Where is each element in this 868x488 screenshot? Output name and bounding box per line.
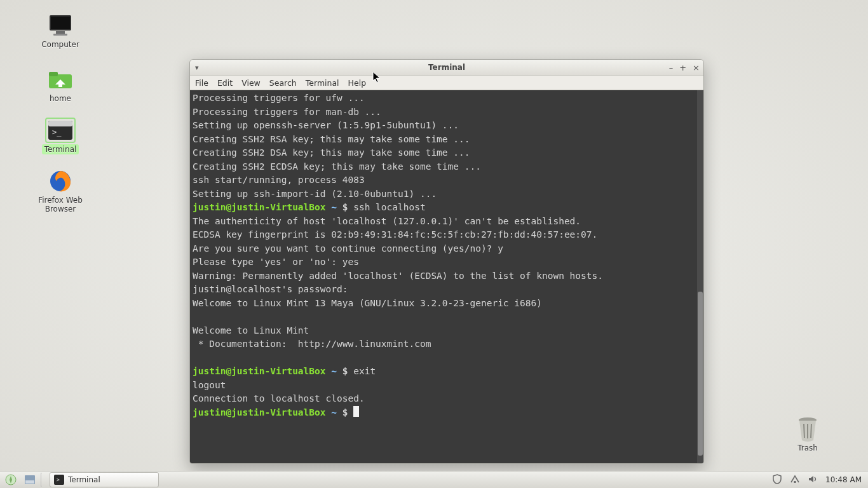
taskbar: > Terminal 10:48 AM — [0, 471, 868, 488]
svg-rect-5 — [49, 72, 58, 76]
desktop[interactable]: Computer home >_ Terminal Firefox Web Br… — [0, 0, 868, 488]
menu-view[interactable]: View — [241, 78, 261, 88]
menubar: File Edit View Search Terminal Help — [190, 76, 703, 90]
terminal-cursor — [353, 406, 359, 417]
desktop-icon-label: Trash — [795, 443, 820, 453]
prompt-sigil: $ — [342, 407, 348, 417]
show-desktop-button[interactable] — [22, 472, 38, 487]
desktop-icon-label: home — [47, 93, 74, 104]
window-title: Terminal — [190, 63, 703, 72]
desktop-icon-label: Firefox Web Browser — [25, 195, 95, 214]
menu-edit[interactable]: Edit — [217, 78, 233, 88]
svg-text:>_: >_ — [52, 128, 62, 137]
home-folder-icon — [45, 67, 76, 92]
menu-search[interactable]: Search — [269, 78, 297, 88]
terminal-line: Creating SSH2 DSA key; this may take som… — [193, 146, 701, 160]
svg-rect-3 — [53, 34, 67, 36]
menu-help[interactable]: Help — [348, 78, 367, 88]
terminal-scrollbar[interactable] — [697, 90, 703, 463]
terminal-line: Are you sure you want to continue connec… — [193, 242, 701, 256]
svg-rect-1 — [51, 17, 70, 29]
terminal-line: Connection to localhost closed. — [193, 392, 701, 406]
terminal-line: Setting up openssh-server (1:5.9p1-5ubun… — [193, 119, 701, 133]
prompt-userhost: justin@justin-VirtualBox — [193, 202, 326, 212]
terminal-body[interactable]: Processing triggers for ufw ...Processin… — [190, 90, 703, 463]
minimize-button[interactable]: – — [669, 63, 674, 72]
terminal-line: logout — [193, 379, 701, 393]
tray-clock[interactable]: 10:48 AM — [825, 475, 862, 484]
menu-launcher[interactable] — [3, 472, 19, 487]
svg-rect-6 — [58, 83, 62, 87]
taskbar-task-label: Terminal — [68, 475, 100, 484]
terminal-window[interactable]: ▾ Terminal – + × File Edit View Search T… — [189, 59, 704, 464]
svg-rect-20 — [794, 481, 796, 483]
prompt-userhost: justin@justin-VirtualBox — [193, 366, 326, 376]
terminal-line — [193, 310, 701, 324]
desktop-icon-home[interactable]: home — [25, 67, 95, 104]
titlebar[interactable]: ▾ Terminal – + × — [190, 60, 703, 76]
svg-rect-17 — [25, 480, 34, 484]
desktop-icon-label: Terminal — [42, 144, 79, 154]
terminal-line: Please type 'yes' or 'no': yes — [193, 255, 701, 269]
terminal-icon: >_ — [45, 118, 76, 143]
svg-rect-8 — [48, 121, 72, 126]
terminal-line: justin@localhost's password: — [193, 283, 701, 297]
prompt-path: ~ — [331, 407, 337, 417]
terminal-line: Processing triggers for ufw ... — [193, 92, 701, 105]
scrollbar-thumb[interactable] — [698, 292, 703, 456]
close-button[interactable]: × — [693, 63, 700, 72]
desktop-icon-label: Computer — [39, 39, 82, 50]
terminal-line: * Documentation: http://www.linuxmint.co… — [193, 337, 701, 351]
terminal-prompt-line: justin@justin-VirtualBox ~ $ ssh localho… — [193, 201, 701, 215]
system-tray: 10:48 AM — [772, 474, 868, 486]
terminal-line: ssh start/running, process 4083 — [193, 173, 701, 187]
terminal-line: Creating SSH2 RSA key; this may take som… — [193, 133, 701, 147]
terminal-icon: > — [54, 475, 64, 485]
prompt-sigil: $ — [342, 202, 348, 212]
terminal-line: Setting up ssh-import-id (2.10-0ubuntu1)… — [193, 187, 701, 201]
menu-file[interactable]: File — [195, 78, 208, 88]
prompt-sigil: $ — [342, 366, 348, 376]
tray-volume-icon[interactable] — [808, 475, 818, 485]
prompt-path: ~ — [331, 366, 337, 376]
trash-icon — [792, 416, 823, 442]
computer-icon — [45, 13, 76, 38]
prompt-command: exit — [353, 366, 376, 376]
svg-line-12 — [804, 424, 804, 438]
firefox-icon — [45, 168, 76, 194]
maximize-button[interactable]: + — [679, 63, 686, 72]
terminal-line: ECDSA key fingerprint is 02:b9:49:31:84:… — [193, 228, 701, 242]
terminal-line: Welcome to Linux Mint 13 Maya (GNU/Linux… — [193, 297, 701, 311]
terminal-line: Processing triggers for man-db ... — [193, 105, 701, 119]
terminal-line: Warning: Permanently added 'localhost' (… — [193, 269, 701, 283]
tray-network-icon[interactable] — [790, 475, 800, 485]
taskbar-task-terminal[interactable]: > Terminal — [50, 472, 159, 487]
desktop-icon-trash[interactable]: Trash — [773, 416, 843, 453]
prompt-userhost: justin@justin-VirtualBox — [193, 407, 326, 417]
tray-shield-icon[interactable] — [772, 474, 782, 486]
desktop-icon-terminal[interactable]: >_ Terminal — [25, 118, 95, 154]
terminal-prompt-line: justin@justin-VirtualBox ~ $ — [193, 406, 701, 420]
menu-terminal[interactable]: Terminal — [306, 78, 339, 88]
desktop-icon-firefox[interactable]: Firefox Web Browser — [25, 168, 95, 214]
desktop-icon-computer[interactable]: Computer — [25, 13, 95, 50]
svg-text:>: > — [57, 477, 60, 483]
taskbar-separator — [41, 472, 46, 487]
prompt-path: ~ — [331, 202, 337, 212]
svg-rect-2 — [56, 31, 65, 34]
terminal-line: The authenticity of host 'localhost (127… — [193, 215, 701, 229]
terminal-line: Welcome to Linux Mint — [193, 324, 701, 338]
terminal-line: Creating SSH2 ECDSA key; this may take s… — [193, 160, 701, 174]
prompt-command: ssh localhost — [353, 202, 426, 212]
terminal-prompt-line: justin@justin-VirtualBox ~ $ exit — [193, 365, 701, 379]
terminal-line — [193, 351, 701, 365]
window-menu-indicator[interactable]: ▾ — [195, 64, 199, 72]
svg-line-14 — [811, 424, 811, 438]
